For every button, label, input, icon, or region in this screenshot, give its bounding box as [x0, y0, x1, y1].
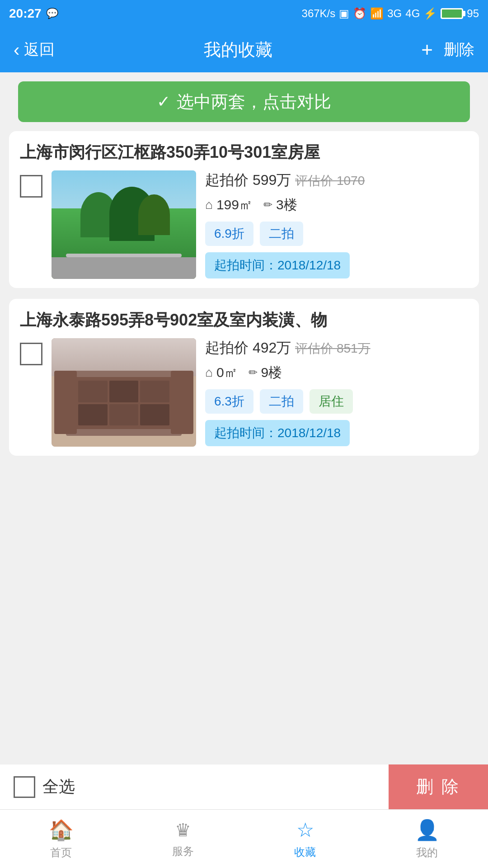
bottom-nav: 🏠 首页 ♛ 服务 ☆ 收藏 👤 我的: [0, 809, 488, 868]
status-app-icon: 💬: [46, 8, 58, 19]
nav-item-service[interactable]: ♛ 服务: [122, 810, 244, 868]
bottom-action-bar: 全选 删 除: [0, 764, 488, 809]
property-image-1: [52, 170, 196, 279]
area-info-2: ⌂ 0㎡: [205, 363, 238, 382]
floor-info-1: ✏ 3楼: [263, 196, 297, 214]
service-label: 服务: [172, 844, 194, 859]
area-value-1: 199㎡: [216, 196, 253, 214]
card-body-1: 起拍价 599万 评估价 1070 ⌂ 199㎡ ✏ 3楼 6.9折 二拍: [9, 170, 479, 288]
house-icon-1: ⌂: [205, 198, 213, 212]
status-signal1: 3G: [387, 7, 402, 20]
nav-delete-button[interactable]: 删除: [444, 39, 474, 60]
info-line-1: ⌂ 199㎡ ✏ 3楼: [205, 196, 468, 214]
nav-actions: + 删除: [421, 38, 474, 61]
battery-icon: [441, 8, 463, 19]
status-time: 20:27: [9, 6, 42, 21]
house-icon-2: ⌂: [205, 365, 213, 380]
status-time-area: 20:27 💬: [9, 6, 58, 21]
battery-level: 95: [467, 7, 479, 20]
add-button[interactable]: +: [421, 38, 433, 61]
info-line-2: ⌂ 0㎡ ✏ 9楼: [205, 363, 468, 382]
nav-item-home[interactable]: 🏠 首页: [0, 810, 122, 868]
floor-value-2: 9楼: [261, 363, 282, 382]
back-chevron: ‹: [14, 40, 19, 60]
service-icon: ♛: [175, 820, 191, 840]
home-icon: 🏠: [49, 818, 74, 842]
residential-tag-2: 居住: [310, 389, 353, 414]
estimated-price-2: 评估价 851万: [295, 341, 371, 355]
compare-check-icon: ✓: [157, 92, 170, 111]
tags-line-1: 6.9折 二拍: [205, 222, 468, 246]
delete-button[interactable]: 删 除: [389, 764, 488, 809]
property-title-2: 上海永泰路595弄8号902室及室内装潢、物: [9, 299, 479, 338]
property-checkbox-2[interactable]: [20, 343, 42, 365]
discount-tag-2: 6.3折: [205, 389, 253, 414]
compare-banner[interactable]: ✓ 选中两套，点击对比: [18, 81, 470, 122]
profile-icon: 👤: [415, 818, 440, 842]
status-signal2: 4G: [405, 7, 420, 20]
auction-date-1: 起拍时间：2018/12/18: [205, 252, 350, 278]
property-card-2: 上海永泰路595弄8号902室及室内装潢、物: [9, 299, 479, 456]
page-title: 我的收藏: [204, 38, 272, 61]
estimated-price-1: 评估价 1070: [295, 174, 365, 188]
select-all-checkbox[interactable]: [14, 776, 35, 798]
select-all-area: 全选: [0, 776, 75, 798]
starting-price-2: 起拍价 492万: [205, 340, 295, 356]
status-lightning: ⚡: [423, 7, 437, 20]
starting-price-1: 起拍价 599万: [205, 172, 295, 188]
back-label: 返回: [24, 39, 55, 60]
discount-tag-1: 6.9折: [205, 222, 253, 246]
favorites-label: 收藏: [294, 845, 316, 859]
floor-value-1: 3楼: [276, 196, 297, 214]
tags-line-2: 6.3折 二拍 居住: [205, 389, 468, 414]
pencil-icon-2: ✏: [249, 366, 258, 379]
nav-bar: ‹ 返回 我的收藏 + 删除: [0, 27, 488, 72]
nav-item-favorites[interactable]: ☆ 收藏: [244, 810, 366, 868]
floor-info-2: ✏ 9楼: [249, 363, 282, 382]
pencil-icon-1: ✏: [263, 198, 272, 211]
profile-label: 我的: [416, 845, 438, 860]
property-card-1: 上海市闵行区江枢路350弄10号301室房屋 起拍价 5: [9, 131, 479, 288]
checkbox-area-2: [20, 338, 42, 365]
area-value-2: 0㎡: [216, 363, 238, 382]
status-right-area: 367K/s ▣ ⏰ 📶 3G 4G ⚡ 95: [302, 7, 479, 20]
auction-round-tag-1: 二拍: [260, 222, 303, 246]
area-info-1: ⌂ 199㎡: [205, 196, 253, 214]
price-line-2: 起拍价 492万 评估价 851万: [205, 338, 468, 358]
back-button[interactable]: ‹ 返回: [14, 39, 55, 60]
select-all-label: 全选: [42, 776, 75, 798]
nav-item-profile[interactable]: 👤 我的: [366, 810, 488, 868]
content-area: 上海市闵行区江枢路350弄10号301室房屋 起拍价 5: [0, 122, 488, 476]
property-title-1: 上海市闵行区江枢路350弄10号301室房屋: [9, 131, 479, 170]
property-image-2: [52, 338, 196, 447]
property-checkbox-1[interactable]: [20, 175, 42, 198]
favorites-icon: ☆: [296, 818, 314, 841]
status-speed: 367K/s: [302, 7, 336, 20]
auction-round-tag-2: 二拍: [260, 389, 303, 414]
home-label: 首页: [50, 845, 72, 860]
card-body-2: 起拍价 492万 评估价 851万 ⌂ 0㎡ ✏ 9楼 6.3折 二拍: [9, 338, 479, 456]
auction-date-2: 起拍时间：2018/12/18: [205, 420, 350, 446]
property-details-2: 起拍价 492万 评估价 851万 ⌂ 0㎡ ✏ 9楼 6.3折 二拍: [205, 338, 468, 446]
compare-text: 选中两套，点击对比: [177, 90, 331, 113]
checkbox-area-1: [20, 170, 42, 198]
status-wifi: 📶: [370, 7, 384, 20]
status-clock: ⏰: [353, 7, 366, 20]
status-sim1: ▣: [339, 7, 349, 20]
status-bar: 20:27 💬 367K/s ▣ ⏰ 📶 3G 4G ⚡ 95: [0, 0, 488, 27]
property-details-1: 起拍价 599万 评估价 1070 ⌂ 199㎡ ✏ 3楼 6.9折 二拍: [205, 170, 468, 278]
price-line-1: 起拍价 599万 评估价 1070: [205, 170, 468, 190]
